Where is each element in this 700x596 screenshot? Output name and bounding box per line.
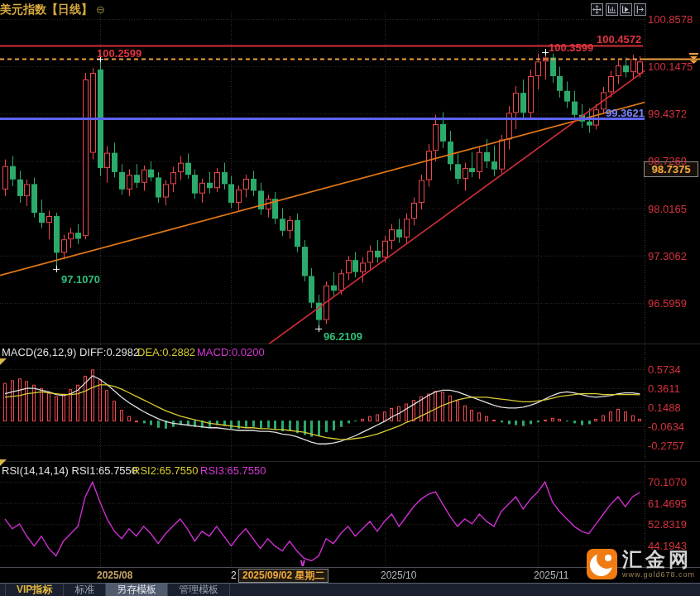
timeline-label-oct: 2025/10: [381, 570, 416, 581]
macd-pane-expand-arrow[interactable]: [0, 358, 7, 365]
timeline-label-prefix: 2: [231, 570, 237, 581]
macd-params-label: MACD(26,12,9) DIFF:0.2982: [2, 346, 139, 358]
annotation-high-aug: 100.2599: [97, 47, 141, 60]
tab-manage-template[interactable]: 管理模板: [168, 584, 230, 596]
main-axis-tick: 97.3062: [648, 250, 687, 262]
rsi2-label: RSI2:65.7550: [132, 464, 199, 477]
collapse-right-icon[interactable]: [634, 3, 646, 16]
crosshair-date-box: 2025/09/02 星期二: [238, 569, 328, 583]
macd-hist-label: MACD:0.0200: [197, 346, 265, 358]
crosshair-v-marker: ∨: [299, 557, 307, 569]
annotation-low-sep: 96.2109: [324, 330, 362, 343]
logo-url: www.gold678.com: [622, 570, 695, 579]
macd-axis-tick: 0.5734: [648, 363, 681, 376]
macd-axis-tick: 0.1488: [648, 401, 681, 414]
annotation-blue-level: 99.3621: [606, 107, 645, 119]
main-axis-tick: 98.0165: [648, 203, 687, 215]
logo-icon: [587, 549, 617, 579]
macd-axis-tick: -0.0634: [648, 421, 684, 433]
timeline-label-aug: 2025/08: [97, 570, 132, 581]
tab-save-template[interactable]: 另存模板: [106, 584, 168, 596]
tab-standard[interactable]: 标准: [64, 584, 106, 596]
logo-name: 汇金网: [622, 549, 695, 570]
main-axis-tick: 96.5959: [648, 297, 687, 310]
rsi3-label: RSI3:65.7550: [200, 464, 266, 477]
title-bar: 美元指数【日线】⊖: [0, 2, 105, 17]
template-tabbar: VIP指标 标准 另存模板 管理模板: [0, 583, 700, 596]
rsi-axis-tick: 70.1070: [648, 476, 687, 488]
macd-axis-tick: 0.3611: [648, 382, 680, 395]
axis-chart-icon[interactable]: [606, 3, 618, 16]
rsi-axis-tick: 52.8319: [648, 518, 687, 531]
macd-axis-tick: -0.2757: [648, 440, 684, 452]
rsi-axis-tick: 61.4695: [648, 497, 687, 510]
annotation-high-nov: 100.3599: [549, 41, 593, 54]
site-logo: 汇金网 www.gold678.com: [587, 549, 695, 579]
main-axis-tick: 99.4372: [648, 108, 687, 120]
axis-chart-play-icon[interactable]: [620, 3, 632, 16]
main-axis-tick: 100.1475: [648, 60, 693, 73]
rsi-pane-expand-arrow[interactable]: [0, 459, 7, 466]
rsi-params-label: RSI(14,14,14) RSI1:65.7550: [2, 464, 137, 477]
page-title: 美元指数【日线】: [0, 2, 93, 16]
annotation-resistance: 100.4572: [597, 33, 641, 46]
timeline-label-nov: 2025/11: [534, 570, 569, 581]
main-axis-tick: 98.7269: [648, 155, 687, 167]
tab-vip-indicator[interactable]: VIP指标: [6, 584, 64, 596]
crosshair-move-icon[interactable]: [591, 3, 603, 16]
annotation-low-jul: 97.1070: [61, 273, 100, 286]
collapse-pane-icon[interactable]: ⊖: [96, 3, 105, 16]
main-axis-tick: 100.8578: [648, 13, 693, 26]
chart-canvas[interactable]: [0, 0, 700, 596]
macd-dea-label: DEA:0.2882: [137, 346, 195, 358]
tab-stub[interactable]: [0, 584, 6, 596]
